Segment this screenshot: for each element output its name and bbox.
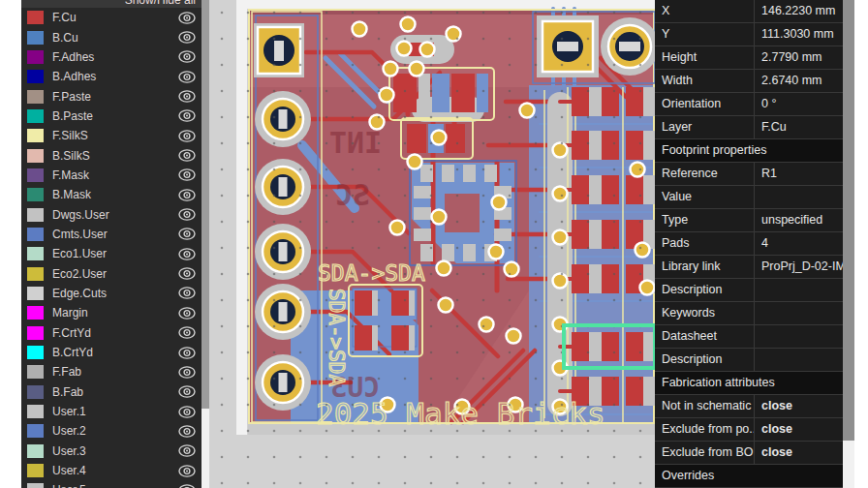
layer-visibility-button[interactable] (177, 464, 197, 478)
layer-color-swatch[interactable] (27, 306, 44, 320)
layer-color-swatch[interactable] (27, 287, 44, 300)
layer-color-swatch[interactable] (27, 326, 44, 340)
layer-color-swatch[interactable] (27, 31, 44, 45)
layer-row[interactable]: Eco1.User (21, 244, 202, 263)
layer-label: User.5 (52, 483, 86, 488)
layer-visibility-button[interactable] (177, 306, 197, 320)
show-hide-all-button[interactable]: Show/Hide all (125, 0, 202, 8)
layer-visibility-button[interactable] (177, 108, 197, 123)
layer-color-swatch[interactable] (27, 168, 44, 182)
layer-visibility-button[interactable] (177, 405, 197, 419)
prop-value[interactable] (754, 349, 843, 371)
layer-visibility-button[interactable] (177, 129, 197, 143)
layer-row[interactable]: User.3 (21, 442, 202, 461)
layer-row[interactable]: B.SilkS (21, 145, 202, 165)
prop-value[interactable] (754, 279, 843, 301)
prop-value[interactable]: unspecified (754, 209, 843, 231)
layer-visibility-button[interactable] (177, 247, 197, 261)
layer-color-swatch[interactable] (27, 385, 44, 399)
layer-color-swatch[interactable] (27, 247, 44, 260)
prop-value[interactable]: 0 ° (754, 93, 843, 115)
layer-visibility-button[interactable] (177, 49, 197, 64)
layer-row[interactable]: Edge.Cuts (21, 284, 202, 303)
layer-row[interactable]: B.Paste (21, 107, 202, 126)
layer-row[interactable]: User.2 (21, 421, 202, 441)
layer-row[interactable]: B.Adhes (21, 67, 202, 86)
layer-color-swatch[interactable] (27, 464, 44, 477)
layer-visibility-button[interactable] (177, 483, 197, 488)
layer-row[interactable]: B.Mask (21, 185, 202, 204)
layer-visibility-button[interactable] (177, 286, 197, 300)
layer-row[interactable]: F.SilkS (21, 126, 202, 145)
layer-row[interactable]: B.Fab (21, 382, 202, 402)
layer-row[interactable]: F.CrtYd (21, 323, 202, 343)
layer-visibility-button[interactable] (177, 30, 197, 45)
prop-value[interactable]: R1 (754, 163, 843, 185)
prop-value[interactable]: 111.3030 mm (754, 23, 843, 46)
layer-row[interactable]: Eco2.User (21, 263, 202, 283)
layer-row[interactable]: B.Cu (21, 27, 202, 46)
layer-row[interactable]: F.Cu (21, 8, 202, 27)
layer-visibility-button[interactable] (177, 148, 197, 163)
layer-row[interactable]: User.5 (21, 480, 202, 488)
prop-value[interactable]: 2.6740 mm (754, 70, 843, 92)
prop-value[interactable]: F.Cu (754, 116, 843, 138)
layer-visibility-button[interactable] (177, 168, 197, 182)
layer-visibility-button[interactable] (177, 89, 197, 104)
layer-row[interactable]: Margin (21, 303, 202, 322)
layers-scrollbar-thumb[interactable] (202, 0, 209, 409)
layer-row[interactable]: F.Adhes (21, 47, 202, 67)
layer-row[interactable]: F.Fab (21, 362, 202, 381)
layer-row[interactable]: User.4 (21, 461, 202, 480)
layer-color-swatch[interactable] (27, 405, 44, 418)
properties-scrollbar-thumb[interactable] (843, 0, 854, 441)
layer-color-swatch[interactable] (27, 90, 44, 104)
prop-value[interactable]: close (754, 418, 843, 441)
layer-row[interactable]: Dwgs.User (21, 204, 202, 224)
layer-row[interactable]: Cmts.User (21, 225, 202, 244)
layer-visibility-button[interactable] (177, 325, 197, 340)
layer-row[interactable]: F.Paste (21, 86, 202, 106)
layer-visibility-button[interactable] (177, 227, 197, 241)
layer-color-swatch[interactable] (27, 365, 44, 379)
layer-visibility-button[interactable] (177, 384, 197, 399)
layer-color-swatch[interactable] (27, 129, 44, 142)
prop-value[interactable] (754, 186, 843, 208)
layer-color-swatch[interactable] (27, 346, 44, 359)
layer-color-swatch[interactable] (27, 149, 44, 163)
layer-color-swatch[interactable] (27, 444, 44, 458)
layer-visibility-button[interactable] (177, 70, 197, 84)
layer-color-swatch[interactable] (27, 188, 44, 201)
layer-visibility-button[interactable] (177, 424, 197, 439)
layer-color-swatch[interactable] (27, 109, 44, 123)
layer-visibility-button[interactable] (177, 188, 197, 202)
prop-value[interactable] (754, 325, 843, 348)
layer-color-swatch[interactable] (27, 50, 44, 64)
layer-visibility-button[interactable] (177, 346, 197, 360)
layer-color-swatch[interactable] (27, 267, 44, 281)
prop-value[interactable]: ProPrj_D-02-IM... (754, 256, 843, 278)
layer-color-swatch[interactable] (27, 208, 44, 222)
prop-value[interactable]: 4 (754, 232, 843, 255)
layer-visibility-button[interactable] (177, 365, 197, 380)
layer-visibility-button[interactable] (177, 207, 197, 222)
layer-visibility-button[interactable] (177, 11, 197, 25)
layer-color-swatch[interactable] (27, 424, 44, 438)
layer-row[interactable]: B.CrtYd (21, 343, 202, 362)
layer-color-swatch[interactable] (27, 11, 44, 24)
pcb-canvas[interactable]: INT SC CU3 SDA->SDA SDA->SDA 2025 Make B… (209, 0, 655, 488)
properties-scrollbar[interactable] (843, 0, 854, 488)
layer-visibility-button[interactable] (177, 266, 197, 281)
prop-value[interactable]: 146.2230 mm (754, 0, 843, 22)
prop-value[interactable]: close (754, 395, 843, 417)
layer-color-swatch[interactable] (27, 70, 44, 83)
layer-color-swatch[interactable] (27, 228, 44, 241)
layer-row[interactable]: F.Mask (21, 166, 202, 185)
layer-row[interactable]: User.1 (21, 402, 202, 421)
layer-color-swatch[interactable] (27, 483, 44, 488)
prop-value[interactable]: close (754, 442, 843, 464)
prop-value[interactable]: 2.7790 mm (754, 46, 843, 69)
prop-value[interactable] (754, 302, 843, 324)
layer-visibility-button[interactable] (177, 443, 197, 458)
layers-scrollbar[interactable] (202, 0, 209, 488)
